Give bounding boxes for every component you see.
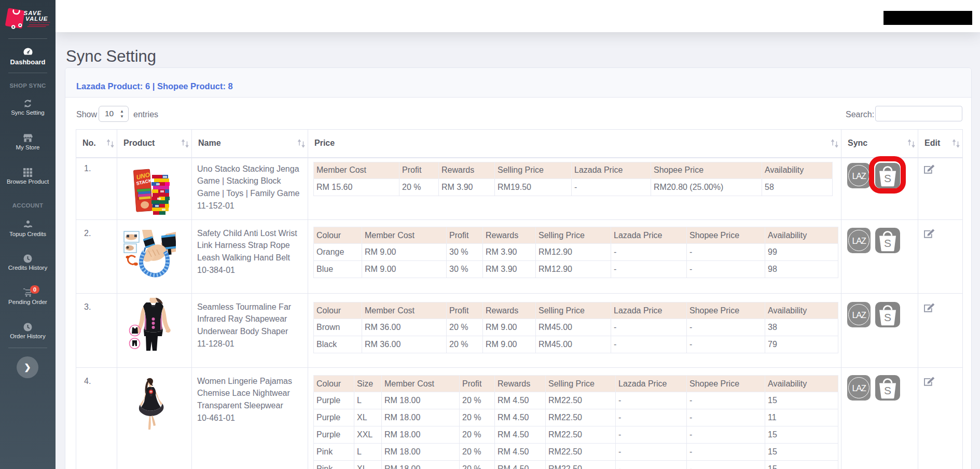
svg-text:S: S	[884, 311, 891, 323]
svg-text:S: S	[884, 384, 891, 396]
svg-text:VALUE: VALUE	[25, 16, 48, 22]
svg-text:S: S	[884, 237, 891, 249]
svg-text:Shopping Platform: Shopping Platform	[29, 21, 50, 23]
